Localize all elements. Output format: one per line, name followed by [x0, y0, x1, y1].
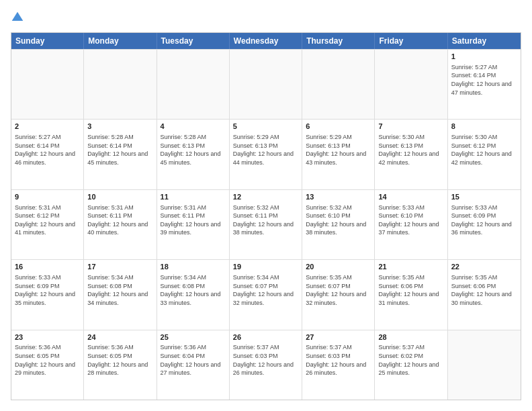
calendar-cell: 7Sunrise: 5:30 AM Sunset: 6:13 PM Daylig…	[375, 120, 447, 189]
day-number: 11	[161, 192, 226, 202]
cell-info: Sunrise: 5:35 AM Sunset: 6:06 PM Dayligh…	[378, 273, 443, 307]
calendar-cell: 8Sunrise: 5:30 AM Sunset: 6:12 PM Daylig…	[448, 120, 521, 189]
calendar-cell: 26Sunrise: 5:37 AM Sunset: 6:03 PM Dayli…	[230, 330, 302, 400]
day-number: 5	[233, 122, 298, 132]
calendar-cell: 28Sunrise: 5:37 AM Sunset: 6:02 PM Dayli…	[375, 330, 447, 400]
day-number: 8	[451, 122, 517, 132]
weekday-header: Thursday	[302, 33, 375, 49]
day-number: 12	[233, 192, 298, 202]
calendar-cell: 14Sunrise: 5:33 AM Sunset: 6:10 PM Dayli…	[375, 190, 447, 259]
page: SundayMondayTuesdayWednesdayThursdayFrid…	[0, 0, 532, 411]
calendar-cell: 15Sunrise: 5:33 AM Sunset: 6:09 PM Dayli…	[448, 190, 521, 259]
cell-info: Sunrise: 5:34 AM Sunset: 6:08 PM Dayligh…	[161, 273, 226, 307]
cell-info: Sunrise: 5:27 AM Sunset: 6:14 PM Dayligh…	[15, 133, 80, 167]
cell-info: Sunrise: 5:32 AM Sunset: 6:10 PM Dayligh…	[306, 203, 371, 237]
calendar-cell	[84, 50, 157, 119]
calendar-cell: 23Sunrise: 5:36 AM Sunset: 6:05 PM Dayli…	[11, 330, 84, 400]
calendar: SundayMondayTuesdayWednesdayThursdayFrid…	[11, 32, 521, 400]
calendar-header: SundayMondayTuesdayWednesdayThursdayFrid…	[11, 33, 521, 49]
day-number: 9	[15, 192, 80, 202]
day-number: 4	[161, 122, 226, 132]
day-number: 7	[378, 122, 443, 132]
logo	[11, 11, 27, 27]
day-number: 10	[87, 192, 152, 202]
cell-info: Sunrise: 5:36 AM Sunset: 6:04 PM Dayligh…	[161, 343, 226, 377]
weekday-header: Wednesday	[230, 33, 302, 49]
calendar-cell	[11, 50, 84, 119]
weekday-header: Monday	[84, 33, 157, 49]
calendar-cell: 12Sunrise: 5:32 AM Sunset: 6:11 PM Dayli…	[230, 190, 302, 259]
day-number: 26	[233, 332, 298, 342]
cell-info: Sunrise: 5:31 AM Sunset: 6:12 PM Dayligh…	[15, 203, 80, 237]
weekday-header: Friday	[375, 33, 447, 49]
cell-info: Sunrise: 5:36 AM Sunset: 6:05 PM Dayligh…	[87, 343, 152, 377]
calendar-row: 23Sunrise: 5:36 AM Sunset: 6:05 PM Dayli…	[11, 330, 521, 400]
cell-info: Sunrise: 5:31 AM Sunset: 6:11 PM Dayligh…	[87, 203, 152, 237]
cell-info: Sunrise: 5:29 AM Sunset: 6:13 PM Dayligh…	[233, 133, 298, 167]
day-number: 20	[306, 262, 371, 272]
calendar-cell	[375, 50, 447, 119]
cell-info: Sunrise: 5:37 AM Sunset: 6:03 PM Dayligh…	[306, 343, 371, 377]
cell-info: Sunrise: 5:35 AM Sunset: 6:06 PM Dayligh…	[451, 273, 517, 307]
calendar-cell	[448, 330, 521, 400]
calendar-cell: 16Sunrise: 5:33 AM Sunset: 6:09 PM Dayli…	[11, 260, 84, 329]
day-number: 27	[306, 332, 371, 342]
calendar-cell: 21Sunrise: 5:35 AM Sunset: 6:06 PM Dayli…	[375, 260, 447, 329]
day-number: 2	[15, 122, 80, 132]
calendar-row: 16Sunrise: 5:33 AM Sunset: 6:09 PM Dayli…	[11, 259, 521, 329]
cell-info: Sunrise: 5:37 AM Sunset: 6:02 PM Dayligh…	[378, 343, 443, 377]
day-number: 6	[306, 122, 371, 132]
calendar-cell	[157, 50, 230, 119]
day-number: 1	[451, 52, 517, 62]
calendar-cell: 9Sunrise: 5:31 AM Sunset: 6:12 PM Daylig…	[11, 190, 84, 259]
day-number: 25	[161, 332, 226, 342]
calendar-cell: 6Sunrise: 5:29 AM Sunset: 6:13 PM Daylig…	[302, 120, 375, 189]
cell-info: Sunrise: 5:28 AM Sunset: 6:13 PM Dayligh…	[161, 133, 226, 167]
day-number: 17	[87, 262, 152, 272]
day-number: 18	[161, 262, 226, 272]
calendar-cell: 27Sunrise: 5:37 AM Sunset: 6:03 PM Dayli…	[302, 330, 375, 400]
calendar-cell: 11Sunrise: 5:31 AM Sunset: 6:11 PM Dayli…	[157, 190, 230, 259]
calendar-cell: 3Sunrise: 5:28 AM Sunset: 6:14 PM Daylig…	[84, 120, 157, 189]
day-number: 3	[87, 122, 152, 132]
calendar-cell: 18Sunrise: 5:34 AM Sunset: 6:08 PM Dayli…	[157, 260, 230, 329]
day-number: 15	[451, 192, 517, 202]
cell-info: Sunrise: 5:33 AM Sunset: 6:09 PM Dayligh…	[15, 273, 80, 307]
header	[11, 11, 521, 27]
calendar-cell: 25Sunrise: 5:36 AM Sunset: 6:04 PM Dayli…	[157, 330, 230, 400]
weekday-header: Sunday	[11, 33, 84, 49]
day-number: 21	[378, 262, 443, 272]
cell-info: Sunrise: 5:34 AM Sunset: 6:07 PM Dayligh…	[233, 273, 298, 307]
day-number: 22	[451, 262, 517, 272]
cell-info: Sunrise: 5:31 AM Sunset: 6:11 PM Dayligh…	[161, 203, 226, 237]
day-number: 28	[378, 332, 443, 342]
calendar-row: 9Sunrise: 5:31 AM Sunset: 6:12 PM Daylig…	[11, 189, 521, 259]
weekday-header: Tuesday	[157, 33, 230, 49]
cell-info: Sunrise: 5:32 AM Sunset: 6:11 PM Dayligh…	[233, 203, 298, 237]
calendar-cell: 17Sunrise: 5:34 AM Sunset: 6:08 PM Dayli…	[84, 260, 157, 329]
day-number: 16	[15, 262, 80, 272]
calendar-cell	[230, 50, 302, 119]
calendar-cell: 2Sunrise: 5:27 AM Sunset: 6:14 PM Daylig…	[11, 120, 84, 189]
calendar-cell	[302, 50, 375, 119]
calendar-cell: 13Sunrise: 5:32 AM Sunset: 6:10 PM Dayli…	[302, 190, 375, 259]
day-number: 19	[233, 262, 298, 272]
weekday-header: Saturday	[448, 33, 521, 49]
cell-info: Sunrise: 5:37 AM Sunset: 6:03 PM Dayligh…	[233, 343, 298, 377]
cell-info: Sunrise: 5:30 AM Sunset: 6:13 PM Dayligh…	[378, 133, 443, 167]
cell-info: Sunrise: 5:28 AM Sunset: 6:14 PM Dayligh…	[87, 133, 152, 167]
day-number: 14	[378, 192, 443, 202]
cell-info: Sunrise: 5:35 AM Sunset: 6:07 PM Dayligh…	[306, 273, 371, 307]
cell-info: Sunrise: 5:30 AM Sunset: 6:12 PM Dayligh…	[451, 133, 517, 167]
calendar-cell: 22Sunrise: 5:35 AM Sunset: 6:06 PM Dayli…	[448, 260, 521, 329]
calendar-row: 2Sunrise: 5:27 AM Sunset: 6:14 PM Daylig…	[11, 119, 521, 189]
cell-info: Sunrise: 5:27 AM Sunset: 6:14 PM Dayligh…	[451, 63, 517, 97]
svg-marker-0	[12, 12, 24, 21]
day-number: 24	[87, 332, 152, 342]
calendar-cell: 10Sunrise: 5:31 AM Sunset: 6:11 PM Dayli…	[84, 190, 157, 259]
cell-info: Sunrise: 5:33 AM Sunset: 6:10 PM Dayligh…	[378, 203, 443, 237]
calendar-body: 1Sunrise: 5:27 AM Sunset: 6:14 PM Daylig…	[11, 49, 521, 400]
cell-info: Sunrise: 5:33 AM Sunset: 6:09 PM Dayligh…	[451, 203, 517, 237]
calendar-cell: 1Sunrise: 5:27 AM Sunset: 6:14 PM Daylig…	[448, 50, 521, 119]
logo-icon	[11, 11, 24, 24]
